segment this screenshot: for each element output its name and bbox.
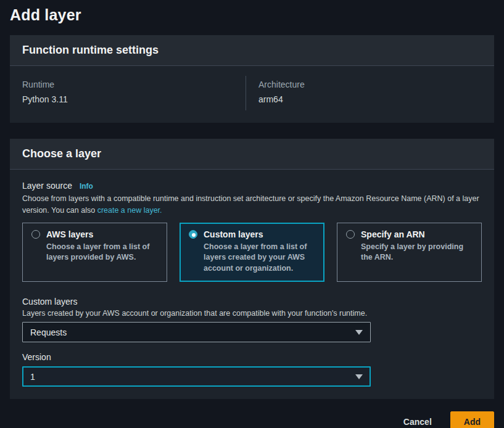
create-new-layer-link[interactable]: create a new layer.: [97, 206, 162, 215]
info-link[interactable]: Info: [80, 182, 93, 191]
version-field: Version 1: [22, 352, 482, 387]
choose-layer-panel-body: Layer source Info Choose from layers wit…: [10, 170, 494, 399]
layer-source-label: Layer source: [22, 181, 72, 191]
runtime-panel-body: Runtime Python 3.11 Architecture arm64: [10, 66, 494, 123]
custom-layers-select[interactable]: Requests: [22, 322, 371, 342]
custom-layers-selected-value: Requests: [30, 327, 67, 337]
option-description: Choose a layer from a list of layers cre…: [204, 242, 315, 274]
function-runtime-settings-panel: Function runtime settings Runtime Python…: [10, 35, 494, 123]
runtime-value: Python 3.11: [22, 94, 246, 104]
page-title: Add layer: [10, 5, 494, 35]
custom-layers-field: Custom layers Layers created by your AWS…: [22, 297, 482, 342]
layer-source-options: AWS layers Choose a layer from a list of…: [22, 223, 482, 282]
option-title: Custom layers: [204, 229, 263, 239]
radio-button-checked-icon[interactable]: [189, 230, 197, 239]
option-card-specify-arn[interactable]: Specify an ARN Specify a layer by provid…: [337, 223, 482, 282]
option-title: Specify an ARN: [361, 229, 425, 239]
choose-a-layer-panel: Choose a layer Layer source Info Choose …: [10, 139, 494, 399]
option-title: AWS layers: [46, 229, 93, 239]
option-title-row: Specify an ARN: [346, 229, 473, 239]
caret-down-icon: [355, 374, 363, 379]
architecture-label: Architecture: [258, 80, 482, 89]
layer-source-description-text: Choose from layers with a compatible run…: [22, 194, 479, 215]
architecture-value: arm64: [258, 94, 482, 104]
architecture-column: Architecture arm64: [246, 76, 482, 110]
radio-button-icon[interactable]: [31, 230, 40, 239]
caret-down-icon: [355, 330, 363, 335]
footer-actions: Cancel Add: [10, 399, 494, 428]
option-title-row: AWS layers: [31, 229, 158, 239]
runtime-column: Runtime Python 3.11: [22, 76, 246, 110]
runtime-panel-title: Function runtime settings: [22, 44, 482, 57]
runtime-label: Runtime: [22, 80, 246, 89]
choose-layer-panel-title: Choose a layer: [22, 147, 482, 160]
custom-layers-hint: Layers created by your AWS account or or…: [22, 309, 482, 318]
runtime-columns: Runtime Python 3.11 Architecture arm64: [22, 76, 482, 110]
option-card-aws-layers[interactable]: AWS layers Choose a layer from a list of…: [22, 223, 167, 282]
radio-button-icon[interactable]: [346, 230, 355, 239]
add-button[interactable]: Add: [450, 411, 494, 428]
choose-layer-panel-header: Choose a layer: [10, 139, 494, 170]
cancel-button[interactable]: Cancel: [401, 413, 434, 428]
runtime-panel-header: Function runtime settings: [10, 35, 494, 66]
custom-layers-label: Custom layers: [22, 297, 482, 307]
option-description: Specify a layer by providing the ARN.: [361, 242, 473, 263]
layer-source-row: Layer source Info: [22, 181, 482, 191]
add-layer-page: Add layer Function runtime settings Runt…: [0, 0, 504, 428]
layer-source-description: Choose from layers with a compatible run…: [22, 193, 482, 216]
option-card-custom-layers[interactable]: Custom layers Choose a layer from a list…: [180, 223, 324, 282]
version-selected-value: 1: [30, 372, 35, 382]
version-label: Version: [22, 352, 482, 362]
option-description: Choose a layer from a list of layers pro…: [46, 242, 158, 263]
version-select[interactable]: 1: [22, 366, 371, 387]
option-title-row: Custom layers: [189, 229, 315, 239]
